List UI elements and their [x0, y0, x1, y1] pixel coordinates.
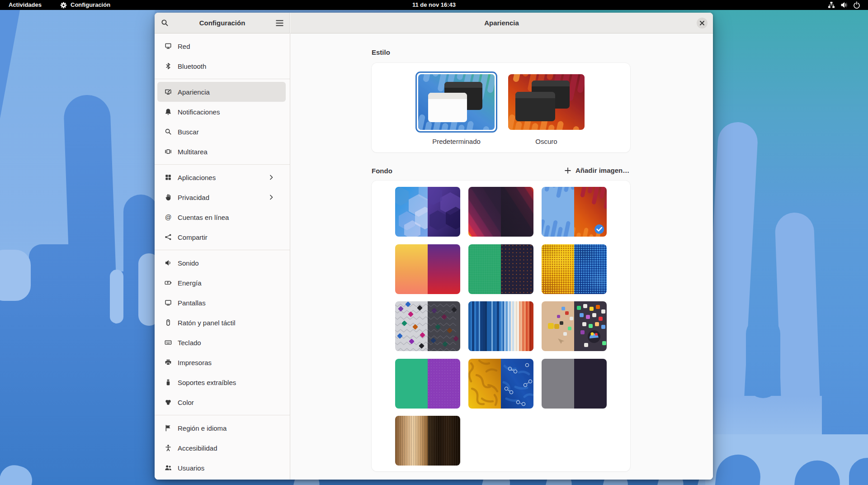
svg-text:@: @ [165, 214, 172, 221]
